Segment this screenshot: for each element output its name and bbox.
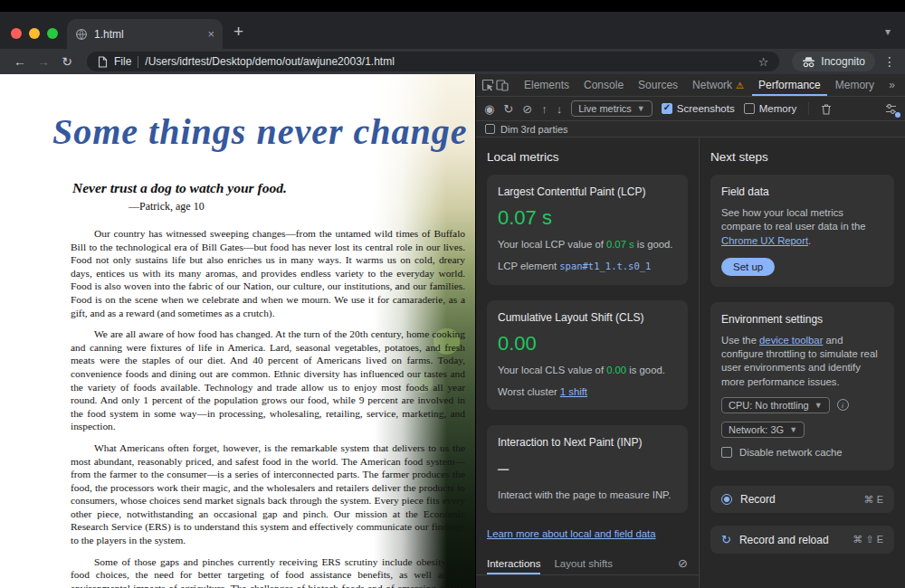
tab-title: 1.html (94, 28, 201, 41)
memory-checkbox-row[interactable]: Memory (744, 103, 797, 114)
field-data-card: Field data See how your local metrics co… (710, 175, 894, 287)
network-throttling-row: Network: 3G▼ (721, 422, 883, 438)
macos-top-bar (0, 0, 905, 12)
omnibox-divider (138, 56, 138, 68)
capture-settings-wrap[interactable] (885, 103, 897, 115)
local-metrics-panel: Local metrics Largest Contentful Paint (… (476, 138, 700, 588)
field-data-description: See how your local metrics compare to re… (721, 206, 883, 248)
paragraph: Our country has witnessed sweeping chang… (71, 227, 465, 319)
file-chip-label: File (114, 55, 131, 68)
record-and-reload-shortcut: ⌘ ⇧ E (853, 534, 883, 545)
body-text: Our country has witnessed sweeping chang… (71, 227, 465, 588)
dim-3rd-parties-row[interactable]: Dim 3rd parties (476, 121, 905, 138)
forward-button[interactable]: → (33, 54, 54, 69)
tab-elements[interactable]: Elements (518, 74, 576, 96)
inspect-element-icon[interactable] (481, 79, 494, 91)
disable-cache-checkbox[interactable] (721, 447, 732, 458)
url-text[interactable]: /Users/idrtest/Desktop/demo/out/awjune20… (145, 55, 751, 68)
quote-text: Never trust a dog to watch your food. (72, 180, 464, 196)
network-throttling-select[interactable]: Network: 3G▼ (721, 422, 805, 438)
next-steps-heading: Next steps (710, 150, 894, 164)
chevron-down-icon: ▼ (637, 104, 645, 113)
load-profile-icon[interactable]: ↑ (541, 103, 548, 115)
environment-settings-card: Environment settings Use the device tool… (710, 302, 894, 470)
page-title: Some things never change (52, 110, 464, 153)
record-card[interactable]: Record ⌘ E (710, 486, 894, 513)
incognito-label: Incognito (821, 55, 865, 68)
set-up-button[interactable]: Set up (721, 258, 775, 276)
disable-cache-row[interactable]: Disable network cache (721, 446, 883, 460)
zoom-window-button[interactable] (47, 28, 58, 39)
cpu-info-icon[interactable]: i (837, 399, 849, 411)
browser-menu-icon[interactable]: ⋮ (883, 54, 896, 69)
record-and-reload-label: Record and reload (739, 534, 844, 546)
chrome-ux-report-link[interactable]: Chrome UX Report (721, 235, 808, 246)
tab-search-chevron-icon[interactable]: ▾ (885, 25, 891, 38)
dim-3rd-parties-checkbox[interactable] (485, 124, 495, 134)
tab-console[interactable]: Console (577, 74, 630, 96)
lcp-value: 0.07 s (498, 206, 677, 230)
browser-window: 1.html × + ▾ ← → ↻ File /Users/idrtest/D… (0, 0, 905, 588)
tab-strip: 1.html × + ▾ (0, 12, 905, 49)
tab-close-icon[interactable]: × (207, 27, 214, 41)
reload-button[interactable]: ↻ (56, 54, 78, 69)
cpu-throttling-select[interactable]: CPU: No throttling▼ (721, 397, 830, 413)
lcp-card: Largest Contentful Paint (LCP) 0.07 s Yo… (487, 175, 688, 285)
inp-value: – (498, 457, 677, 480)
cls-cluster-row: Worst cluster 1 shift (498, 385, 677, 399)
clear-icon[interactable]: ⊘ (522, 103, 532, 115)
lcp-element-link[interactable]: span#t1_1.t.s0_1 (559, 261, 651, 271)
inp-description: Interact with the page to measure INP. (498, 488, 677, 502)
page-favicon-icon (75, 28, 88, 41)
garbage-collect-icon[interactable] (821, 103, 832, 115)
more-tabs-button[interactable]: » (882, 74, 901, 96)
window-controls (11, 28, 58, 39)
address-bar: ← → ↻ File /Users/idrtest/Desktop/demo/o… (0, 49, 905, 74)
tab-sources[interactable]: Sources (632, 74, 684, 96)
reload-icon: ↻ (721, 533, 731, 546)
record-label: Record (740, 493, 856, 506)
record-icon[interactable]: ◉ (484, 103, 494, 115)
device-toolbar-icon[interactable] (496, 79, 509, 91)
tab-performance[interactable]: Performance (752, 74, 827, 96)
tab-layout-shifts[interactable]: Layout shifts (554, 552, 613, 574)
learn-more-link[interactable]: Learn more about local and field data (487, 528, 656, 539)
browser-tab[interactable]: 1.html × (67, 19, 223, 49)
incognito-icon (802, 56, 815, 68)
new-tab-button[interactable]: + (233, 22, 243, 42)
quote-attribution: —Patrick, age 10 (129, 200, 464, 213)
devtools-panel: Elements Console Sources Network⚠ Perfor… (475, 74, 905, 588)
close-window-button[interactable] (11, 28, 22, 39)
device-toolbar-link[interactable]: device toolbar (759, 335, 823, 346)
back-button[interactable]: ← (9, 54, 31, 69)
bookmark-star-icon[interactable]: ☆ (758, 55, 769, 69)
cls-title: Cumulative Layout Shift (CLS) (498, 311, 677, 324)
screenshots-checkbox-row[interactable]: Screenshots (662, 103, 735, 114)
cls-description: Your local CLS value of 0.00 is good. (498, 364, 677, 377)
save-profile-icon[interactable]: ↓ (557, 103, 563, 115)
cpu-throttling-row: CPU: No throttling▼ i (721, 397, 883, 413)
file-icon (98, 56, 108, 68)
omnibox[interactable]: File /Users/idrtest/Desktop/demo/out/awj… (87, 52, 779, 71)
incognito-badge: Incognito (792, 52, 875, 71)
clear-log-icon[interactable]: ⊘ (678, 557, 688, 569)
environment-settings-description: Use the device toolbar and configure thr… (721, 334, 883, 389)
tab-memory[interactable]: Memory (829, 74, 881, 96)
minimize-window-button[interactable] (29, 28, 40, 39)
environment-settings-title: Environment settings (721, 313, 883, 326)
log-tabs: Interactions Layout shifts ⊘ (476, 552, 699, 575)
screenshots-checkbox[interactable] (662, 103, 672, 114)
record-and-reload-card[interactable]: ↻ Record and reload ⌘ ⇧ E (710, 526, 894, 554)
tab-interactions[interactable]: Interactions (487, 552, 540, 574)
record-shortcut: ⌘ E (864, 494, 883, 506)
network-warning-icon: ⚠ (736, 81, 744, 90)
toolbar-divider (808, 102, 809, 115)
view-select[interactable]: Live metrics▼ (571, 100, 653, 117)
cls-card: Cumulative Layout Shift (CLS) 0.00 Your … (487, 300, 688, 411)
worst-cluster-link[interactable]: 1 shift (560, 386, 587, 397)
memory-checkbox[interactable] (744, 103, 755, 114)
chevron-down-icon: ▼ (789, 425, 797, 434)
tab-network[interactable]: Network⚠ (686, 74, 750, 96)
record-and-reload-icon[interactable]: ↻ (503, 103, 513, 115)
disable-cache-label: Disable network cache (739, 446, 843, 460)
